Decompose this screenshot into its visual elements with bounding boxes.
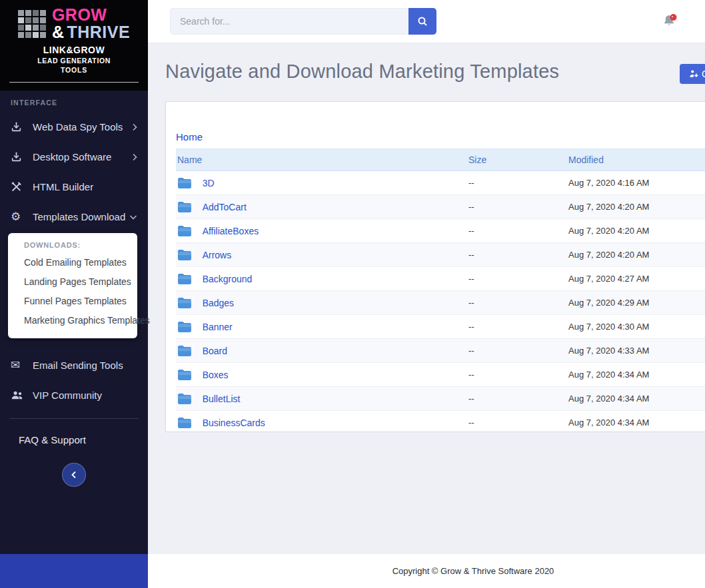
file-size: -- bbox=[467, 363, 567, 387]
search-icon bbox=[417, 16, 428, 27]
file-browser-card: Home Name Size Modified bbox=[165, 101, 705, 432]
folder-link[interactable]: AddToCart bbox=[203, 202, 247, 212]
go-button[interactable]: Go bbox=[680, 64, 705, 84]
logo-subtitle-2: LEAD GENERATION bbox=[0, 57, 148, 65]
table-row[interactable]: BusinessCards -- Aug 7, 2020 4:34 AM bbox=[176, 411, 705, 433]
sidebar-item-html-builder[interactable]: HTML Builder bbox=[0, 172, 148, 202]
table-row[interactable]: BulletList -- Aug 7, 2020 4:34 AM bbox=[176, 387, 705, 411]
chevron-right-icon bbox=[132, 123, 137, 131]
topbar bbox=[148, 0, 705, 43]
search-button[interactable] bbox=[408, 8, 436, 35]
column-header-name[interactable]: Name bbox=[176, 149, 467, 171]
logo-wordmark: GROW & THRIVE bbox=[52, 7, 130, 41]
submenu-item[interactable]: Landing Pages Templates bbox=[24, 272, 137, 292]
submenu-title: DOWNLOADS: bbox=[24, 241, 137, 249]
logo-grid-icon bbox=[18, 10, 46, 38]
logo: GROW & THRIVE LINK&GROW LEAD GENERATION … bbox=[0, 0, 148, 91]
submenu-item[interactable]: Marketing Graphics Templates bbox=[24, 311, 137, 330]
folder-link[interactable]: 3D bbox=[203, 178, 215, 188]
notification-badge bbox=[670, 14, 677, 21]
sidebar-item-label: HTML Builder bbox=[33, 181, 93, 192]
folder-icon bbox=[177, 273, 192, 284]
download-icon bbox=[11, 121, 27, 133]
user-download-icon bbox=[689, 69, 698, 79]
folder-link[interactable]: Background bbox=[203, 274, 253, 284]
sidebar-item-web-data-spy-tools[interactable]: Web Data Spy Tools bbox=[0, 112, 148, 142]
folder-icon bbox=[177, 201, 192, 212]
table-row[interactable]: Background -- Aug 7, 2020 4:27 AM bbox=[176, 267, 705, 291]
folder-link[interactable]: BusinessCards bbox=[203, 418, 265, 428]
table-row[interactable]: Board -- Aug 7, 2020 4:33 AM bbox=[176, 339, 705, 363]
logo-grow-text: GROW bbox=[52, 7, 130, 24]
logo-thrive-text: THRIVE bbox=[67, 23, 130, 41]
download-icon bbox=[11, 151, 27, 162]
file-modified: Aug 7, 2020 4:34 AM bbox=[567, 363, 705, 387]
table-row[interactable]: 3D -- Aug 7, 2020 4:16 AM bbox=[176, 171, 705, 195]
sidebar-item-label: Desktop Software bbox=[33, 151, 111, 162]
folder-icon bbox=[177, 321, 192, 332]
sidebar-item-desktop-software[interactable]: Desktop Software bbox=[0, 142, 148, 172]
file-size: -- bbox=[467, 171, 567, 195]
envelope-icon: ✉ bbox=[11, 360, 20, 371]
sidebar-item-email-sending-tools[interactable]: ✉ Email Sending Tools bbox=[0, 350, 148, 380]
logo-ampersand: & bbox=[52, 23, 64, 41]
file-modified: Aug 7, 2020 4:20 AM bbox=[567, 243, 705, 267]
sidebar-item-vip-community[interactable]: VIP Community bbox=[0, 380, 148, 410]
folder-link[interactable]: Banner bbox=[203, 322, 233, 332]
table-row[interactable]: AffiliateBoxes -- Aug 7, 2020 4:20 AM bbox=[176, 219, 705, 243]
chevron-right-icon bbox=[132, 153, 137, 161]
gear-icon: ⚙ bbox=[11, 211, 21, 222]
submenu-item[interactable]: Cold Emailing Templates bbox=[24, 253, 137, 272]
chevron-down-icon bbox=[129, 214, 137, 220]
main-content: Navigate and Download Marketing Template… bbox=[148, 43, 705, 554]
folder-link[interactable]: Arrows bbox=[203, 250, 232, 260]
file-modified: Aug 7, 2020 4:27 AM bbox=[567, 267, 705, 291]
footer: Copyright © Grow & Thrive Software 2020 bbox=[148, 554, 705, 588]
column-header-size[interactable]: Size bbox=[467, 149, 567, 171]
submenu-list: Cold Emailing Templates Landing Pages Te… bbox=[24, 253, 137, 330]
chevron-left-icon bbox=[71, 471, 77, 479]
sidebar-collapse-button[interactable] bbox=[62, 463, 86, 487]
search-bar bbox=[170, 8, 436, 35]
table-row[interactable]: Arrows -- Aug 7, 2020 4:20 AM bbox=[176, 243, 705, 267]
file-modified: Aug 7, 2020 4:16 AM bbox=[567, 171, 705, 195]
table-row[interactable]: Banner -- Aug 7, 2020 4:30 AM bbox=[176, 315, 705, 339]
file-size: -- bbox=[467, 291, 567, 315]
table-row[interactable]: Badges -- Aug 7, 2020 4:29 AM bbox=[176, 291, 705, 315]
bell-icon bbox=[662, 13, 678, 28]
folder-link[interactable]: BulletList bbox=[203, 394, 241, 404]
search-input[interactable] bbox=[170, 8, 408, 35]
breadcrumb: Home bbox=[176, 131, 705, 143]
folder-icon bbox=[177, 297, 192, 308]
folder-link[interactable]: Boxes bbox=[203, 370, 229, 380]
folder-icon bbox=[177, 225, 192, 236]
sidebar-section-label: INTERFACE bbox=[0, 91, 148, 112]
file-modified: Aug 7, 2020 4:33 AM bbox=[567, 339, 705, 363]
table-row[interactable]: Boxes -- Aug 7, 2020 4:34 AM bbox=[176, 363, 705, 387]
file-size: -- bbox=[467, 243, 567, 267]
folder-icon bbox=[177, 249, 192, 260]
file-modified: Aug 7, 2020 4:34 AM bbox=[567, 387, 705, 411]
submenu-item[interactable]: Funnel Pages Templates bbox=[24, 292, 137, 311]
users-icon bbox=[11, 390, 27, 400]
file-modified: Aug 7, 2020 4:34 AM bbox=[567, 411, 705, 433]
table-row[interactable]: AddToCart -- Aug 7, 2020 4:20 AM bbox=[176, 195, 705, 219]
sidebar-item-faq-support[interactable]: FAQ & Support bbox=[0, 427, 148, 453]
folder-link[interactable]: Badges bbox=[203, 298, 234, 308]
folder-icon bbox=[177, 369, 192, 380]
sidebar-divider bbox=[9, 418, 139, 419]
files-table: Name Size Modified 3D bbox=[176, 148, 705, 432]
file-size: -- bbox=[467, 267, 567, 291]
sidebar-item-templates-download[interactable]: ⚙ Templates Download bbox=[0, 202, 148, 232]
file-size: -- bbox=[467, 339, 567, 363]
folder-link[interactable]: AffiliateBoxes bbox=[203, 226, 259, 236]
column-header-modified[interactable]: Modified bbox=[567, 149, 705, 171]
breadcrumb-home-link[interactable]: Home bbox=[176, 131, 203, 143]
file-size: -- bbox=[467, 219, 567, 243]
page-title: Navigate and Download Marketing Template… bbox=[165, 61, 559, 83]
folder-link[interactable]: Board bbox=[203, 346, 227, 356]
folder-icon bbox=[177, 345, 192, 356]
sidebar: GROW & THRIVE LINK&GROW LEAD GENERATION … bbox=[0, 0, 148, 554]
folder-icon bbox=[177, 393, 192, 404]
notifications-button[interactable] bbox=[662, 13, 678, 31]
